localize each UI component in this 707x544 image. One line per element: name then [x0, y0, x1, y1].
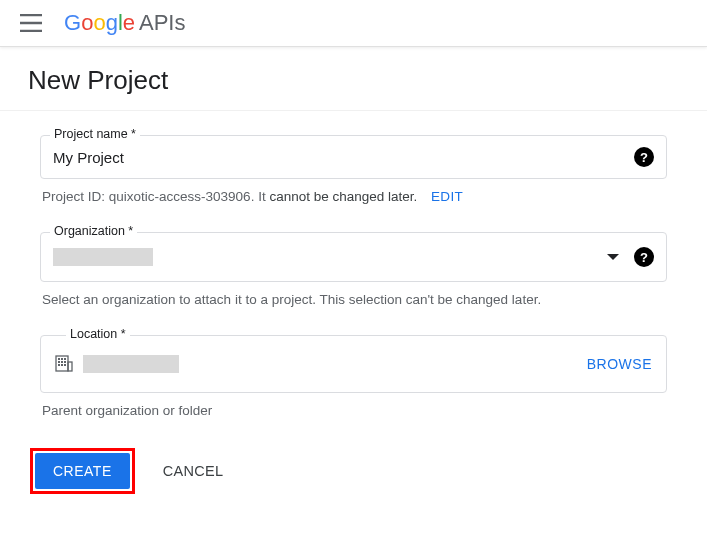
project-id-row: Project ID: quixotic-access-303906. It c…: [42, 189, 665, 204]
form-area: Project name * ? Project ID: quixotic-ac…: [0, 111, 707, 438]
location-field-wrap: Location * BROWSE: [40, 335, 667, 393]
top-bar: Google APIs: [0, 0, 707, 47]
svg-rect-10: [68, 362, 72, 371]
organization-field-wrap: Organization * ?: [40, 232, 667, 282]
organization-select[interactable]: ?: [40, 232, 667, 282]
browse-button[interactable]: BROWSE: [587, 356, 652, 372]
svg-rect-6: [64, 361, 66, 363]
svg-rect-2: [61, 358, 63, 360]
location-box: BROWSE: [40, 335, 667, 393]
location-label: Location *: [66, 327, 130, 341]
project-id-value: quixotic-access-303906: [109, 189, 251, 204]
project-id-warning: cannot be changed later.: [269, 189, 417, 204]
cancel-button[interactable]: CANCEL: [159, 453, 228, 489]
hamburger-menu-icon[interactable]: [16, 10, 46, 36]
create-button[interactable]: CREATE: [35, 453, 130, 489]
create-button-highlight: CREATE: [30, 448, 135, 494]
chevron-down-icon[interactable]: [606, 253, 620, 261]
svg-rect-3: [64, 358, 66, 360]
organization-label: Organization *: [50, 224, 137, 238]
organization-help-icon[interactable]: ?: [634, 247, 654, 267]
organization-value-redacted: [53, 248, 153, 266]
svg-rect-7: [58, 364, 60, 366]
project-name-box: ?: [40, 135, 667, 179]
project-name-label: Project name *: [50, 127, 140, 141]
project-name-input[interactable]: [53, 149, 634, 166]
location-value-redacted: [83, 355, 179, 373]
svg-rect-5: [61, 361, 63, 363]
svg-rect-1: [58, 358, 60, 360]
project-name-help-icon[interactable]: ?: [634, 147, 654, 167]
svg-rect-4: [58, 361, 60, 363]
project-id-sep: . It: [251, 189, 270, 204]
location-hint: Parent organization or folder: [42, 403, 665, 418]
project-name-field-wrap: Project name * ?: [40, 135, 667, 179]
google-apis-logo: Google APIs: [64, 10, 185, 36]
edit-project-id-link[interactable]: EDIT: [431, 189, 463, 204]
project-id-prefix: Project ID:: [42, 189, 109, 204]
svg-rect-8: [61, 364, 63, 366]
page-title: New Project: [0, 47, 707, 111]
building-icon: [55, 354, 73, 375]
svg-rect-9: [64, 364, 66, 366]
action-bar: CREATE CANCEL: [0, 438, 707, 514]
organization-hint: Select an organization to attach it to a…: [42, 292, 665, 307]
